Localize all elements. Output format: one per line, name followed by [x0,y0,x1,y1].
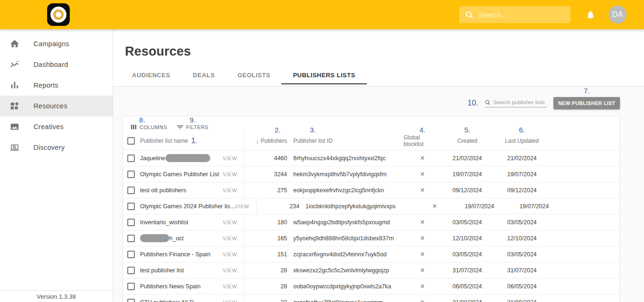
annotation-9: 9. [190,116,197,124]
row-checkbox[interactable] [127,235,135,242]
sidebar-item-label: Reports [33,82,58,89]
row-checkbox[interactable] [127,267,135,274]
global-blocklist-x-icon: ✕ [420,171,425,178]
publishers-count: 275 [245,182,287,198]
filters-button[interactable]: 9. FILTERS [175,123,211,131]
header-created-label: Created [457,138,478,144]
select-all-checkbox[interactable] [127,137,135,145]
tab-deals[interactable]: DEALS [182,67,226,84]
header-publisher-list-id: 3. Publisher list ID [287,132,404,150]
redacted-text [140,234,169,242]
header-last-updated: 6. Last Updated [493,132,551,150]
publishers-count: 28 [245,262,287,278]
tab-publishers-lists[interactable]: PUBLISHERS LISTS [281,67,366,84]
row-checkbox[interactable] [127,171,135,178]
app-logo[interactable] [47,3,70,26]
header-blocklist-label: Global blocklist [404,134,441,147]
header-publisher-list-name: Publisher list name [140,138,188,144]
publishers-count: 4460 [245,150,287,166]
sidebar-item-resources[interactable]: Resources [0,96,113,116]
sidebar-item-campaigns[interactable]: Campaigns [0,33,113,54]
global-blocklist-x-icon: ✕ [420,283,425,290]
sidebar-item-label: Resources [33,102,67,110]
last-updated-date: 21/02/2024 [493,150,551,166]
created-date: 06/05/2024 [441,278,493,294]
user-avatar[interactable]: DA [609,6,627,24]
global-blocklist-x-icon: ✕ [420,219,425,226]
view-button[interactable]: VIEW [223,171,237,177]
sidebar-item-creatives[interactable]: Creatives [0,116,113,137]
view-button[interactable]: VIEW [223,252,237,257]
sidebar-item-dashboard[interactable]: Dashboard [0,54,113,75]
logo-ring-icon [53,9,64,20]
view-button[interactable]: VIEW [235,204,249,209]
view-button[interactable]: VIEW [223,220,237,225]
row-checkbox[interactable] [127,203,135,210]
last-updated-date: 03/05/2024 [493,214,551,230]
sidebar-item-reports[interactable]: Reports [0,75,113,96]
global-search-box[interactable] [459,6,570,23]
tab-audiences[interactable]: AUDIENCES [121,67,182,84]
publisher-list-name: Jaqueline [140,154,210,162]
new-publisher-list-button[interactable]: NEW PUBLISHER LIST [553,97,620,109]
columns-button[interactable]: 8. COLUMNS [129,123,169,131]
last-updated-date: 12/10/2024 [493,230,551,246]
laptop-search-icon [9,142,20,153]
app-bar: DA [0,0,644,29]
header-publishers[interactable]: 2. ↓ Publishers [245,132,287,150]
sidebar-item-label: Discovery [33,144,65,151]
created-date: 19/07/2024 [454,198,505,214]
publisher-list-search-input[interactable] [493,99,545,105]
columns-icon [131,124,137,130]
publisher-list-id: ooba0oypwccdpxtgykyjnp0xwls2a7ka [287,278,404,294]
publishers-count: 165 [245,230,287,246]
notifications-bell-icon[interactable] [586,10,595,20]
table-row: CTV publishers NLD VIEW 22 cwrefaaftux79… [123,294,619,302]
row-checkbox[interactable] [127,155,135,162]
view-button[interactable]: VIEW [223,236,237,241]
row-checkbox[interactable] [127,187,135,194]
global-blocklist-x-icon: ✕ [420,187,425,194]
header-updated-label: Last Updated [505,138,538,144]
row-checkbox[interactable] [127,299,135,302]
publisher-list-search[interactable] [485,99,547,107]
header-id-label: Publisher list ID [293,138,332,144]
view-button[interactable]: VIEW [223,284,237,289]
global-blocklist-x-icon: ✕ [420,267,425,274]
last-updated-date: 21/08/2024 [493,294,551,302]
dashboard-grid-icon [9,100,20,112]
publishers-count: 151 [245,246,287,262]
view-button[interactable]: VIEW [223,300,237,302]
publisher-list-name: h_oct [140,234,184,242]
view-button[interactable]: VIEW [223,188,237,193]
row-checkbox[interactable] [127,283,135,290]
annotation-10: 10. [468,99,478,107]
annotation-4: 4. [420,126,426,134]
created-date: 03/05/2024 [441,246,493,262]
row-checkbox[interactable] [127,219,135,226]
sidebar-item-discovery[interactable]: Discovery [0,137,113,158]
global-blocklist-x-icon: ✕ [420,235,425,242]
created-date: 31/07/2024 [441,262,493,278]
row-checkbox[interactable] [127,251,135,258]
publisher-list-name: CTV publishers NLD [140,299,194,302]
global-blocklist-x-icon: ✕ [420,155,425,162]
annotation-3: 3. [310,126,316,134]
sort-descending-icon: ↓ [256,138,259,145]
redacted-text [165,154,210,162]
bar-chart-icon [9,80,20,91]
publisher-list-id: xkswezxz2gc5c5c2wnlvlmlytwggojzp [287,262,404,278]
sidebar: Campaigns Dashboard Reports Resources [0,29,113,302]
created-date: 21/02/2024 [441,150,493,166]
tab-geolists[interactable]: GEOLISTS [226,67,282,84]
view-button[interactable]: VIEW [223,268,237,273]
last-updated-date: 19/07/2024 [505,198,563,214]
view-button[interactable]: VIEW [223,155,237,161]
filter-icon [177,124,183,130]
global-search-input[interactable] [479,11,563,19]
publisher-list-name: Olympic Games 2024 Publisher lis... [140,203,235,210]
table-row: Publishers Finance - Spain VIEW 151 zcjr… [123,246,619,262]
publisher-list-id: eokjxoppkexefrvhvzgc2icg5nnfjckn [287,182,404,198]
trending-chart-icon [9,59,20,70]
table-row: test ott publishers VIEW 275 eokjxoppkex… [123,182,619,198]
